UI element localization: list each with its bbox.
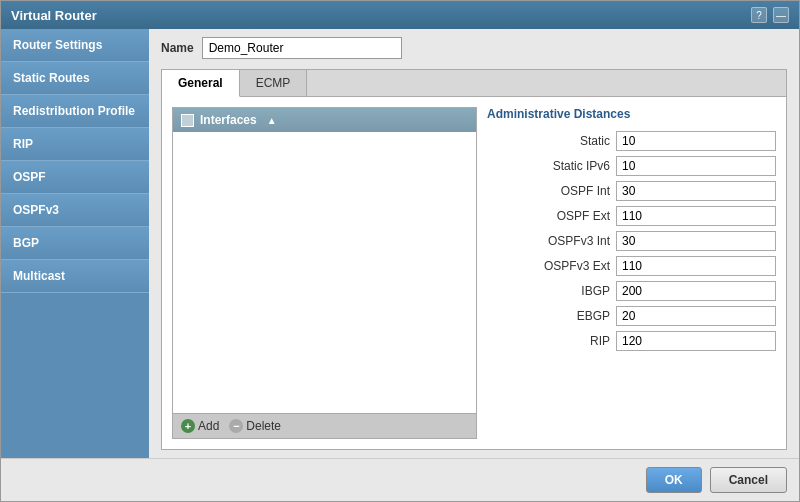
tab-ecmp[interactable]: ECMP	[240, 70, 308, 96]
distance-input-static[interactable]	[616, 131, 776, 151]
title-bar: Virtual Router ? —	[1, 1, 799, 29]
distance-label-static: Static	[530, 134, 610, 148]
admin-distances-panel: Administrative Distances Static Static I…	[487, 107, 776, 439]
distance-label-ospfv3-ext: OSPFv3 Ext	[530, 259, 610, 273]
distance-row-static-ipv6: Static IPv6	[487, 156, 776, 176]
add-label: Add	[198, 419, 219, 433]
distance-label-ibgp: IBGP	[530, 284, 610, 298]
distance-input-ospf-ext[interactable]	[616, 206, 776, 226]
sidebar: Router Settings Static Routes Redistribu…	[1, 29, 149, 458]
interfaces-footer: + Add − Delete	[173, 413, 476, 438]
distance-input-ebgp[interactable]	[616, 306, 776, 326]
distance-label-ospfv3-int: OSPFv3 Int	[530, 234, 610, 248]
distance-label-ospf-ext: OSPF Ext	[530, 209, 610, 223]
title-bar-icons: ? —	[751, 7, 789, 23]
name-row: Name	[161, 37, 787, 59]
main-panel: Name General ECMP	[149, 29, 799, 458]
sidebar-item-router-settings[interactable]: Router Settings	[1, 29, 149, 62]
cancel-button[interactable]: Cancel	[710, 467, 787, 493]
distance-input-rip[interactable]	[616, 331, 776, 351]
interfaces-header-label: Interfaces	[200, 113, 257, 127]
window-title: Virtual Router	[11, 8, 97, 23]
admin-distances-title: Administrative Distances	[487, 107, 776, 121]
distance-input-ospf-int[interactable]	[616, 181, 776, 201]
virtual-router-window: Virtual Router ? — Router Settings Stati…	[0, 0, 800, 502]
name-label: Name	[161, 41, 194, 55]
distance-row-ospf-ext: OSPF Ext	[487, 206, 776, 226]
distance-label-ebgp: EBGP	[530, 309, 610, 323]
distance-label-rip: RIP	[530, 334, 610, 348]
sidebar-item-static-routes[interactable]: Static Routes	[1, 62, 149, 95]
sidebar-item-ospf[interactable]: OSPF	[1, 161, 149, 194]
tab-bar: General ECMP	[162, 70, 786, 97]
sidebar-item-multicast[interactable]: Multicast	[1, 260, 149, 293]
ok-button[interactable]: OK	[646, 467, 702, 493]
distance-label-static-ipv6: Static IPv6	[530, 159, 610, 173]
interfaces-select-all-checkbox[interactable]	[181, 114, 194, 127]
sidebar-item-bgp[interactable]: BGP	[1, 227, 149, 260]
sidebar-item-ospfv3[interactable]: OSPFv3	[1, 194, 149, 227]
interfaces-header: Interfaces ▲	[173, 108, 476, 132]
distance-row-rip: RIP	[487, 331, 776, 351]
interfaces-panel: Interfaces ▲ + Add − Delete	[172, 107, 477, 439]
delete-button[interactable]: − Delete	[229, 419, 281, 433]
sidebar-item-rip[interactable]: RIP	[1, 128, 149, 161]
add-icon: +	[181, 419, 195, 433]
distance-row-static: Static	[487, 131, 776, 151]
distance-input-ibgp[interactable]	[616, 281, 776, 301]
content-area: Router Settings Static Routes Redistribu…	[1, 29, 799, 458]
tab-container: General ECMP Interfaces ▲	[161, 69, 787, 450]
distance-label-ospf-int: OSPF Int	[530, 184, 610, 198]
tab-general[interactable]: General	[162, 70, 240, 97]
distance-row-ebgp: EBGP	[487, 306, 776, 326]
minimize-icon[interactable]: —	[773, 7, 789, 23]
distance-input-ospfv3-int[interactable]	[616, 231, 776, 251]
help-icon[interactable]: ?	[751, 7, 767, 23]
distance-row-ospfv3-int: OSPFv3 Int	[487, 231, 776, 251]
delete-label: Delete	[246, 419, 281, 433]
bottom-bar: OK Cancel	[1, 458, 799, 501]
distance-row-ospf-int: OSPF Int	[487, 181, 776, 201]
distance-row-ospfv3-ext: OSPFv3 Ext	[487, 256, 776, 276]
name-input[interactable]	[202, 37, 402, 59]
distance-input-static-ipv6[interactable]	[616, 156, 776, 176]
sort-arrow-icon: ▲	[267, 115, 277, 126]
distance-row-ibgp: IBGP	[487, 281, 776, 301]
tab-content-general: Interfaces ▲ + Add − Delete	[162, 97, 786, 449]
sidebar-item-redistribution-profile[interactable]: Redistribution Profile	[1, 95, 149, 128]
add-button[interactable]: + Add	[181, 419, 219, 433]
interfaces-list	[173, 132, 476, 413]
delete-icon: −	[229, 419, 243, 433]
distance-input-ospfv3-ext[interactable]	[616, 256, 776, 276]
